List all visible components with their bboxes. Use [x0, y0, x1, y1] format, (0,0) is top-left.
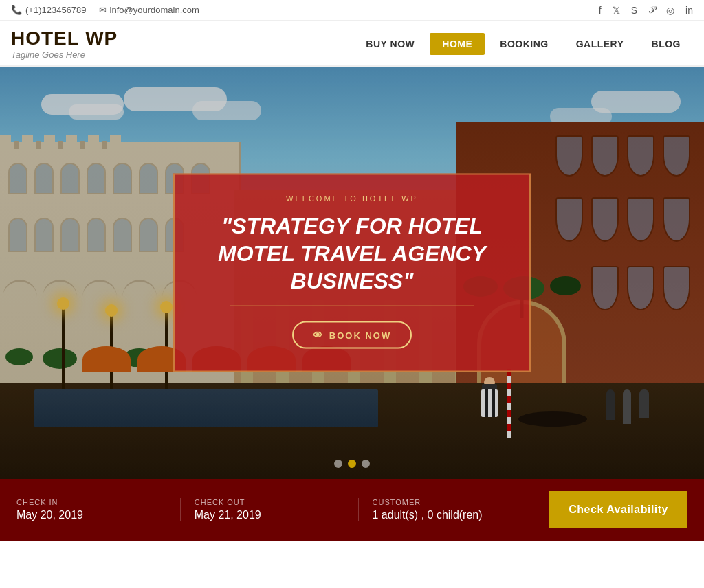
top-bar: 📞 (+1)123456789 ✉ info@yourdomain.com f …: [0, 0, 704, 21]
customer-value: 1 adult(s) , 0 child(ren): [373, 509, 522, 521]
social-links: f 𝕏 S 𝒫 ◎ in: [599, 4, 693, 16]
hero-subtitle: WELCOME TO HOTEL WP: [199, 194, 505, 203]
dot-1[interactable]: [334, 460, 342, 468]
logo-tagline: Tagline Goes Here: [11, 49, 118, 60]
logo-title: HOTEL WP: [11, 27, 118, 49]
nav-blog[interactable]: BLOG: [639, 33, 693, 55]
hero-pagination: [334, 460, 370, 468]
top-bar-contact: 📞 (+1)123456789 ✉ info@yourdomain.com: [11, 5, 199, 15]
phone-icon: 📞: [11, 5, 22, 15]
hero-title: "STRATEGY FOR HOTEL MOTEL TRAVEL AGENCY …: [199, 212, 505, 295]
eye-icon: 👁: [313, 330, 324, 341]
nav-gallery[interactable]: GALLERY: [564, 33, 637, 55]
check-availability-button[interactable]: Check Availability: [549, 491, 688, 528]
customer-field[interactable]: CUSTOMER 1 adult(s) , 0 child(ren): [359, 498, 536, 521]
booking-bar: CHECK IN May 20, 2019 CHECK OUT May 21, …: [0, 479, 704, 541]
email-info: ✉ info@yourdomain.com: [99, 5, 199, 15]
phone-number: (+1)123456789: [25, 5, 87, 15]
nav-buy-now[interactable]: BUY NOW: [353, 33, 427, 55]
email-icon: ✉: [99, 5, 107, 15]
facebook-icon[interactable]: f: [599, 5, 602, 16]
skype-icon[interactable]: S: [631, 5, 637, 16]
phone-info: 📞 (+1)123456789: [11, 5, 87, 15]
hero-section: WELCOME TO HOTEL WP "STRATEGY FOR HOTEL …: [0, 67, 704, 479]
check-out-field[interactable]: CHECK OUT May 21, 2019: [181, 498, 359, 521]
nav-home[interactable]: HOME: [430, 33, 485, 55]
check-in-value: May 20, 2019: [16, 509, 166, 521]
pinterest-icon[interactable]: 𝒫: [648, 4, 655, 16]
linkedin-icon[interactable]: in: [685, 5, 693, 16]
check-out-value: May 21, 2019: [195, 509, 344, 521]
site-header: HOTEL WP Tagline Goes Here BUY NOW HOME …: [0, 21, 704, 67]
logo: HOTEL WP Tagline Goes Here: [11, 27, 118, 60]
instagram-icon[interactable]: ◎: [666, 5, 674, 16]
nav-booking[interactable]: BOOKING: [487, 33, 560, 55]
check-in-field[interactable]: CHECK IN May 20, 2019: [16, 498, 181, 521]
book-now-button[interactable]: 👁 BOOK NOW: [292, 321, 412, 349]
check-out-label: CHECK OUT: [195, 498, 344, 506]
hero-content-box: WELCOME TO HOTEL WP "STRATEGY FOR HOTEL …: [173, 174, 531, 372]
customer-label: CUSTOMER: [373, 498, 522, 506]
dot-2[interactable]: [348, 460, 356, 468]
email-address: info@yourdomain.com: [110, 5, 199, 15]
book-now-label: BOOK NOW: [329, 330, 391, 340]
hero-divider-line: [230, 306, 474, 306]
main-nav: BUY NOW HOME BOOKING GALLERY BLOG: [353, 33, 693, 55]
check-in-label: CHECK IN: [16, 498, 166, 506]
twitter-icon[interactable]: 𝕏: [613, 5, 620, 16]
dot-3[interactable]: [362, 460, 370, 468]
